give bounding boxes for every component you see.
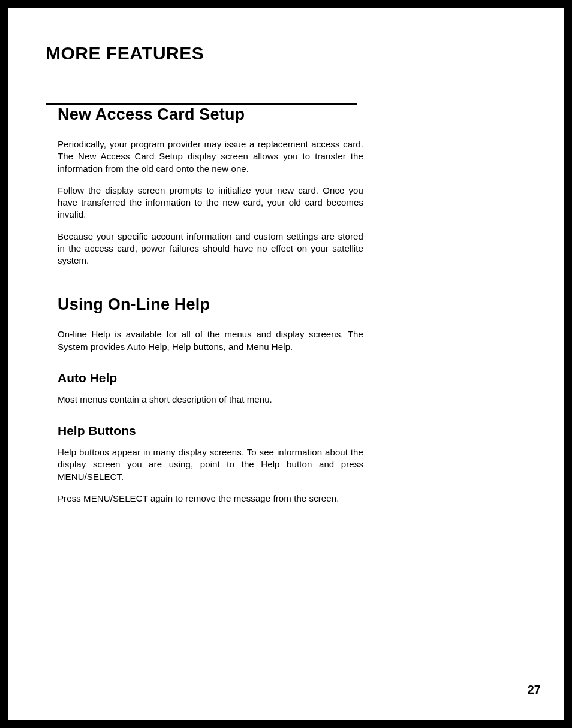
paragraph: Follow the display screen prompts to ini… bbox=[58, 185, 363, 221]
sub-heading-help-buttons: Help Buttons bbox=[58, 424, 363, 438]
section-heading-online-help: Using On-Line Help bbox=[58, 295, 363, 314]
page-header: MORE FEATURES bbox=[46, 43, 526, 105]
paragraph: On-line Help is available for all of the… bbox=[58, 328, 363, 353]
page-number: 27 bbox=[528, 683, 541, 697]
paragraph: Press MENU/SELECT again to remove the me… bbox=[58, 493, 363, 505]
sub-heading-auto-help: Auto Help bbox=[58, 371, 363, 385]
section-heading-new-access-card: New Access Card Setup bbox=[58, 105, 363, 124]
paragraph: Because your specific account informatio… bbox=[58, 231, 363, 267]
page-title: MORE FEATURES bbox=[46, 43, 526, 67]
paragraph: Most menus contain a short description o… bbox=[58, 394, 363, 406]
page-content: New Access Card Setup Periodically, your… bbox=[58, 105, 363, 505]
paragraph: Help buttons appear in many display scre… bbox=[58, 446, 363, 483]
paragraph: Periodically, your program provider may … bbox=[58, 138, 363, 175]
document-page: MORE FEATURES New Access Card Setup Peri… bbox=[8, 8, 564, 720]
